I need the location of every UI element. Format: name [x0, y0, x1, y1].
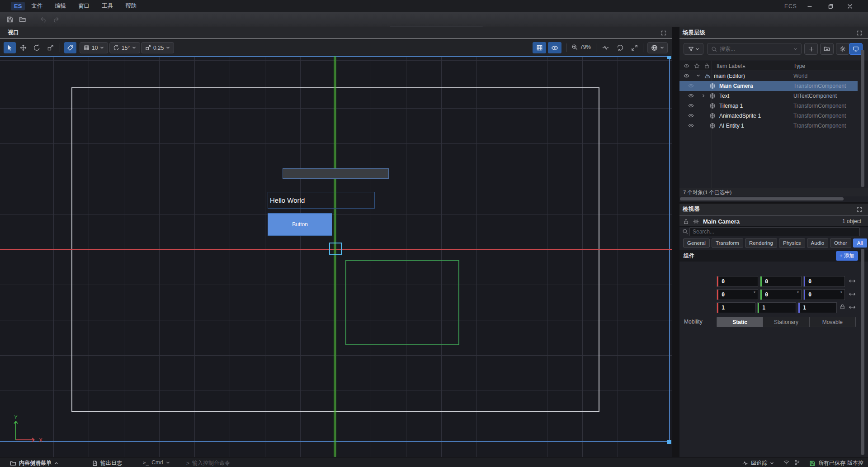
inspector-search-input[interactable] — [693, 229, 857, 235]
mobility-static[interactable]: Static — [717, 317, 763, 327]
scale-z-input[interactable]: 1 — [798, 302, 837, 313]
mobility-stationary[interactable]: Stationary — [763, 317, 809, 327]
maximize-button[interactable] — [825, 2, 837, 10]
zoom-level-control[interactable]: 79% — [571, 44, 591, 50]
filter-dropdown-button[interactable] — [684, 43, 703, 55]
scale-snap-dropdown[interactable]: 0.25 — [141, 42, 174, 53]
hierarchy-search-input[interactable] — [720, 46, 791, 52]
tree-row-ai-entity[interactable]: AI Entity 1 TransformComponent — [679, 121, 860, 131]
favorite-column-icon[interactable] — [694, 63, 700, 69]
tab-rendering[interactable]: Rendering — [745, 238, 777, 248]
object-settings-icon[interactable] — [693, 219, 699, 224]
menu-edit[interactable]: 编辑 — [49, 2, 72, 10]
output-log-button[interactable]: 输出日志 — [92, 459, 122, 467]
rotation-y-input[interactable]: 0° — [760, 289, 802, 300]
object-lock-icon[interactable] — [683, 219, 689, 224]
source-control-branch-icon[interactable] — [794, 459, 800, 466]
close-button[interactable] — [844, 2, 856, 10]
tab-physics[interactable]: Physics — [779, 238, 805, 248]
scale-tool-button[interactable] — [44, 42, 57, 53]
column-item-label[interactable]: Item Label — [717, 63, 742, 69]
rotation-x-input[interactable]: 0° — [717, 289, 758, 300]
tab-transform[interactable]: Transform — [712, 238, 743, 248]
hierarchy-search[interactable] — [707, 43, 802, 55]
rotation-snap-dropdown[interactable]: 15° — [109, 42, 140, 53]
menu-tools[interactable]: 工具 — [96, 2, 119, 10]
show-gizmos-button[interactable] — [548, 42, 561, 53]
reset-view-button[interactable] — [614, 42, 626, 53]
new-folder-button[interactable] — [820, 43, 834, 55]
app-logo[interactable]: ES — [11, 2, 25, 10]
text-entity[interactable]: Hello World — [268, 192, 375, 209]
scale-lock-icon[interactable] — [840, 304, 845, 310]
location-x-input[interactable]: 0 — [717, 276, 758, 287]
tree-row-tilemap[interactable]: Tilemap 1 TransformComponent — [679, 101, 860, 111]
backtrace-dropdown[interactable]: 回追踪 — [742, 459, 774, 467]
tree-row-animatedsprite[interactable]: AnimatedSprite 1 TransformComponent — [679, 111, 860, 121]
cmd-dropdown[interactable]: >_ Cmd — [143, 459, 170, 466]
scale-x-input[interactable]: 1 — [717, 302, 755, 313]
save-icon[interactable] — [6, 16, 14, 23]
viewport-canvas[interactable]: Hello World Button Y X — [0, 56, 672, 457]
location-link-icon[interactable] — [849, 278, 856, 284]
add-component-button[interactable]: + 添加 — [836, 251, 858, 261]
inspector-vscrollbar[interactable] — [861, 249, 864, 455]
open-folder-icon[interactable] — [19, 16, 26, 23]
redo-icon[interactable] — [52, 16, 60, 23]
camera-gizmo[interactable] — [329, 243, 342, 255]
show-grid-button[interactable] — [533, 42, 546, 53]
stats-button[interactable] — [599, 42, 612, 53]
hierarchy-settings-button[interactable] — [836, 43, 849, 55]
ui-canvas-handle-top[interactable] — [667, 56, 671, 59]
tree-row-label[interactable]: Main Camera — [719, 83, 753, 89]
undo-icon[interactable] — [40, 16, 47, 23]
tree-row-main-camera-selected[interactable]: Main Camera TransformComponent — [679, 81, 858, 91]
console-command-input[interactable]: > 输入控制台命令 — [186, 459, 230, 467]
sprite-entity[interactable] — [283, 168, 389, 179]
inspector-search[interactable] — [689, 227, 860, 236]
tab-all[interactable]: All — [853, 238, 867, 248]
tree-row-label[interactable]: AnimatedSprite 1 — [719, 113, 761, 119]
location-y-input[interactable]: 0 — [760, 276, 802, 287]
tree-row-label[interactable]: Tilemap 1 — [719, 103, 743, 109]
visibility-eye-icon[interactable] — [688, 93, 694, 99]
ui-canvas-handle-bottom[interactable] — [667, 440, 671, 444]
visibility-column-icon[interactable] — [684, 63, 689, 69]
tab-other[interactable]: Other — [830, 238, 851, 248]
location-z-input[interactable]: 0 — [803, 276, 845, 287]
version-control-button[interactable]: 版本控制 — [847, 459, 868, 467]
tree-row-label[interactable]: Text — [719, 93, 729, 99]
visibility-eye-icon[interactable] — [688, 113, 694, 119]
menu-window[interactable]: 窗口 — [72, 2, 95, 10]
tree-row-text[interactable]: Text UITextComponent — [679, 91, 860, 101]
visibility-eye-icon[interactable] — [688, 123, 694, 129]
hierarchy-expand-icon[interactable] — [857, 30, 862, 36]
viewport-world-dropdown[interactable] — [647, 42, 668, 53]
mobility-movable[interactable]: Movable — [810, 317, 855, 327]
save-status[interactable]: 所有已保存 — [809, 459, 845, 467]
column-type[interactable]: Type — [793, 63, 805, 69]
menu-file[interactable]: 文件 — [25, 2, 48, 10]
tab-general[interactable]: General — [683, 238, 710, 248]
button-entity[interactable]: Button — [268, 213, 332, 236]
rotate-tool-button[interactable] — [31, 42, 43, 53]
collapsed-chevron-icon[interactable] — [702, 94, 705, 98]
hierarchy-hscrollbar[interactable] — [680, 197, 844, 200]
menu-help[interactable]: 帮助 — [119, 2, 142, 10]
inspector-expand-icon[interactable] — [857, 207, 862, 212]
tree-row-label[interactable]: AI Entity 1 — [719, 123, 744, 129]
tree-row-main[interactable]: main (Editor) World — [679, 71, 860, 81]
tab-audio[interactable]: Audio — [807, 238, 828, 248]
content-drawer-button[interactable]: 内容侧滑菜单 — [10, 459, 58, 467]
network-status-icon[interactable] — [783, 459, 790, 466]
visibility-eye-icon[interactable] — [688, 103, 694, 109]
visibility-eye-icon[interactable] — [684, 73, 689, 79]
snap-tool-button[interactable] — [64, 42, 76, 53]
rotation-z-input[interactable]: 0° — [803, 289, 845, 300]
add-entity-button[interactable] — [804, 43, 818, 55]
rotation-link-icon[interactable] — [849, 291, 856, 297]
minimize-button[interactable] — [803, 2, 816, 10]
move-tool-button[interactable] — [17, 42, 29, 53]
expand-chevron-icon[interactable] — [696, 74, 700, 77]
tilemap-rect[interactable] — [345, 260, 459, 345]
